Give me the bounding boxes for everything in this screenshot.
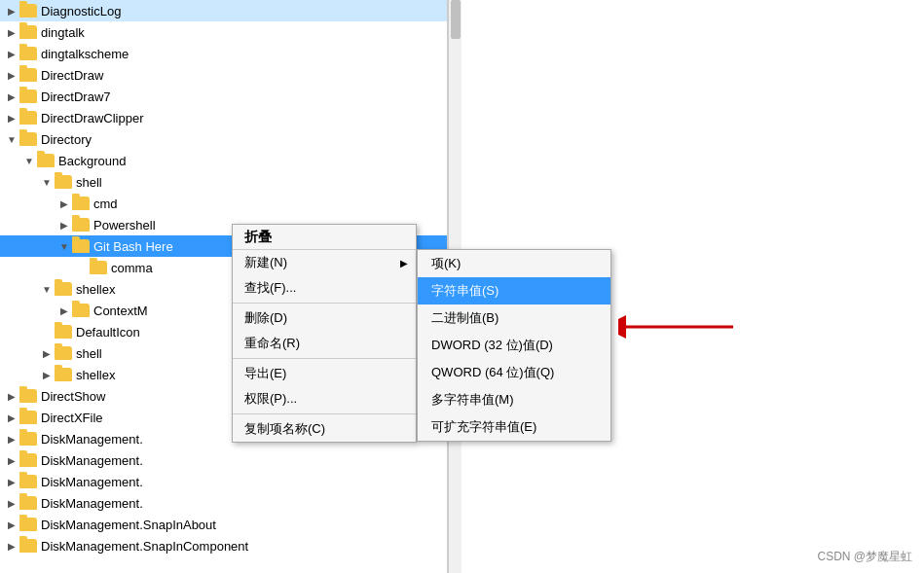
folder-icon-gitbashhere — [72, 239, 90, 253]
tree-label-shell2: shell — [76, 346, 102, 361]
tree-arrow-directxfile[interactable] — [4, 412, 19, 423]
tree-arrow-diskmanagement3[interactable] — [4, 477, 19, 487]
tree-label-contextm: ContextM — [93, 304, 148, 318]
tree-item-diagnosticlog[interactable]: DiagnosticLog — [0, 0, 447, 21]
tree-item-directdrawclipper[interactable]: DirectDrawClipper — [0, 107, 447, 128]
folder-icon-contextm — [72, 304, 90, 317]
tree-arrow-diskmanagementsnap1[interactable] — [4, 519, 19, 530]
tree-arrow-directshow[interactable] — [4, 391, 19, 402]
tree-label-shellex: shellex — [76, 282, 115, 297]
tree-label-directdraw7: DirectDraw7 — [41, 90, 111, 104]
tree-arrow-shell[interactable] — [39, 177, 55, 188]
menu-item-delete[interactable]: 删除(D) — [233, 305, 416, 331]
folder-icon-directshow — [19, 389, 37, 403]
folder-icon-defaulticon — [55, 325, 72, 339]
menu-separator — [233, 413, 416, 414]
tree-label-shell: shell — [76, 175, 102, 190]
folder-icon-dingtalk — [19, 25, 37, 39]
red-arrow-annotation — [618, 313, 735, 343]
folder-icon-diskmanagement4 — [19, 496, 37, 510]
tree-label-directdraw: DirectDraw — [41, 68, 103, 83]
tree-arrow-directory[interactable] — [4, 134, 19, 145]
tree-arrow-dingtalkscheme[interactable] — [4, 49, 19, 59]
tree-item-cmd[interactable]: cmd — [0, 193, 447, 214]
tree-label-dingtalk: dingtalk — [41, 25, 85, 40]
tree-arrow-background[interactable] — [21, 156, 37, 166]
folder-icon-cmd — [72, 197, 90, 210]
tree-arrow-diskmanagement1[interactable] — [4, 434, 19, 445]
tree-arrow-powershell[interactable] — [56, 220, 72, 231]
folder-icon-diskmanagementsnap1 — [19, 518, 37, 531]
tree-arrow-shell2[interactable] — [39, 348, 55, 359]
submenu-item-item_qword[interactable]: QWORD (64 位)值(Q) — [418, 359, 610, 386]
tree-label-diagnosticlog: DiagnosticLog — [41, 4, 121, 18]
folder-icon-powershell — [72, 218, 90, 232]
tree-label-powershell: Powershell — [93, 218, 156, 233]
folder-icon-background — [37, 154, 55, 167]
folder-icon-dingtalkscheme — [19, 47, 37, 60]
tree-arrow-shellex2[interactable] — [39, 370, 55, 380]
tree-item-directdraw[interactable]: DirectDraw — [0, 64, 447, 86]
tree-item-directory[interactable]: Directory — [0, 128, 447, 150]
tree-arrow-gitbashhere[interactable] — [56, 241, 72, 252]
submenu-item-item_multistring[interactable]: 多字符串值(M) — [418, 386, 610, 413]
tree-arrow-diskmanagement2[interactable] — [4, 455, 19, 466]
folder-icon-comma — [90, 261, 107, 274]
tree-label-diskmanagement4: DiskManagement. — [41, 496, 143, 511]
context-menu: 折叠新建(N)查找(F)...删除(D)重命名(R)导出(E)权限(P)...复… — [232, 224, 417, 443]
tree-label-cmd: cmd — [93, 197, 118, 211]
tree-arrow-shellex[interactable] — [39, 284, 55, 295]
menu-item-find[interactable]: 查找(F)... — [233, 275, 416, 301]
folder-icon-shellex — [55, 282, 72, 296]
submenu-item-item_binary[interactable]: 二进制值(B) — [418, 304, 610, 332]
tree-label-shellex2: shellex — [76, 368, 115, 382]
folder-icon-shellex2 — [55, 368, 72, 381]
tree-arrow-diskmanagement4[interactable] — [4, 498, 19, 509]
tree-item-diskmanagement3[interactable]: DiskManagement. — [0, 471, 447, 492]
tree-item-diskmanagementsnap1[interactable]: DiskManagement.SnapInAbout — [0, 514, 447, 535]
tree-arrow-diskmanagementsnap2[interactable] — [4, 541, 19, 552]
menu-item-rename[interactable]: 重命名(R) — [233, 331, 416, 356]
tree-item-diskmanagement2[interactable]: DiskManagement. — [0, 449, 447, 471]
submenu: 项(K)字符串值(S)二进制值(B)DWORD (32 位)值(D)QWORD … — [417, 249, 611, 442]
watermark: CSDN @梦魔星虹 — [817, 549, 912, 565]
tree-item-directdraw7[interactable]: DirectDraw7 — [0, 86, 447, 107]
folder-icon-diskmanagement3 — [19, 475, 37, 488]
tree-item-dingtalk[interactable]: dingtalk — [0, 21, 447, 43]
tree-item-diskmanagement4[interactable]: DiskManagement. — [0, 492, 447, 514]
tree-arrow-directdraw[interactable] — [4, 70, 19, 81]
tree-item-diskmanagementsnap2[interactable]: DiskManagement.SnapInComponent — [0, 535, 447, 556]
tree-label-defaulticon: DefaultIcon — [76, 325, 140, 340]
menu-item-export[interactable]: 导出(E) — [233, 361, 416, 386]
submenu-item-item_string[interactable]: 字符串值(S) — [418, 277, 610, 304]
tree-label-directdrawclipper: DirectDrawClipper — [41, 111, 143, 125]
submenu-item-item_dword[interactable]: DWORD (32 位)值(D) — [418, 332, 610, 359]
submenu-item-item_xiang[interactable]: 项(K) — [418, 250, 610, 277]
scrollbar-thumb[interactable] — [451, 0, 461, 39]
tree-arrow-contextm[interactable] — [56, 305, 72, 316]
tree-label-diskmanagement3: DiskManagement. — [41, 475, 143, 489]
tree-item-dingtalkscheme[interactable]: dingtalkscheme — [0, 43, 447, 64]
menu-item-copyname[interactable]: 复制项名称(C) — [233, 416, 416, 442]
tree-label-diskmanagementsnap1: DiskManagement.SnapInAbout — [41, 518, 216, 532]
tree-label-directshow: DirectShow — [41, 389, 105, 404]
tree-arrow-directdraw7[interactable] — [4, 91, 19, 102]
tree-label-diskmanagementsnap2: DiskManagement.SnapInComponent — [41, 539, 248, 554]
folder-icon-shell2 — [55, 346, 72, 360]
tree-item-shell[interactable]: shell — [0, 171, 447, 193]
submenu-item-item_expandstring[interactable]: 可扩充字符串值(E) — [418, 413, 610, 441]
folder-icon-directory — [19, 132, 37, 146]
folder-icon-diagnosticlog — [19, 4, 37, 18]
menu-item-permissions[interactable]: 权限(P)... — [233, 386, 416, 412]
tree-arrow-dingtalk[interactable] — [4, 27, 19, 38]
tree-label-diskmanagement1: DiskManagement. — [41, 432, 143, 447]
menu-item-new[interactable]: 新建(N) — [233, 250, 416, 275]
tree-label-dingtalkscheme: dingtalkscheme — [41, 47, 129, 61]
folder-icon-directdraw — [19, 68, 37, 82]
tree-arrow-directdrawclipper[interactable] — [4, 113, 19, 124]
tree-arrow-diagnosticlog[interactable] — [4, 6, 19, 17]
tree-arrow-cmd[interactable] — [56, 198, 72, 209]
folder-icon-directxfile — [19, 411, 37, 424]
tree-item-background[interactable]: Background — [0, 150, 447, 171]
menu-item-collapse[interactable]: 折叠 — [233, 225, 416, 250]
